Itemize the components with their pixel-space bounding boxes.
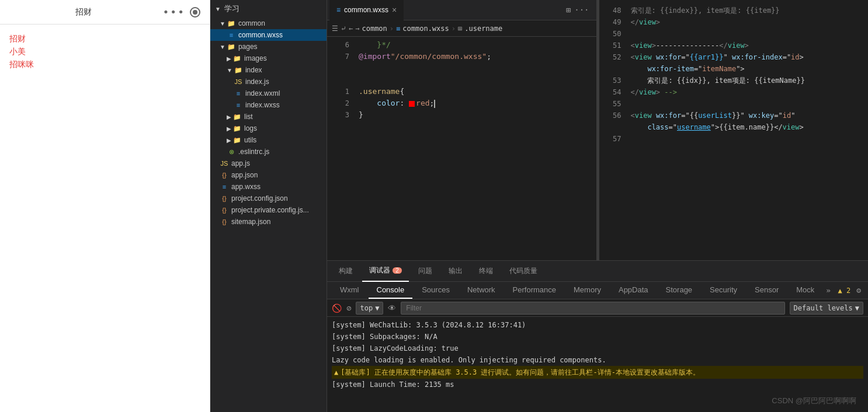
tab-label: common.wxss: [344, 6, 388, 14]
chevron-icon: ▶: [227, 125, 231, 132]
devtools-storage-label: Storage: [666, 285, 693, 294]
code-lines-left[interactable]: }*/ @import"/common/common.wxss"; .usern…: [356, 39, 596, 258]
tree-item-common-wxss[interactable]: ≡ common.wxss: [210, 29, 327, 41]
devtools-performance-label: Performance: [513, 285, 556, 294]
tree-item-label: sitemap.json: [231, 218, 270, 226]
folder-icon: 📁: [232, 135, 242, 145]
chevron-icon: ▶: [227, 137, 231, 144]
simulator-record-btn[interactable]: [190, 7, 200, 18]
console-line: [system] Subpackages: N/A: [332, 331, 863, 343]
split-editor-btn[interactable]: ⊞: [566, 5, 571, 15]
folder-icon: 📁: [232, 112, 242, 121]
breadcrumb-forward-btn[interactable]: →: [355, 25, 359, 33]
console-context-select[interactable]: top ▼: [356, 302, 383, 315]
right-line-numbers: 48 49 50 51 52 53 54 55 56 57: [599, 5, 629, 260]
console-level-select[interactable]: Default levels ▼: [790, 302, 863, 315]
tab-terminal[interactable]: 终端: [472, 261, 500, 282]
tree-root-label-text: 学习: [224, 4, 239, 14]
json-icon: {}: [220, 170, 229, 180]
devtools-tab-appdata[interactable]: AppData: [610, 282, 657, 299]
devtools-tab-wxml[interactable]: Wxml: [332, 282, 367, 299]
devtools-tab-storage[interactable]: Storage: [658, 282, 701, 299]
devtools-security-label: Security: [710, 285, 737, 294]
breadcrumb-bookmark-icon[interactable]: ⤶: [341, 25, 346, 33]
tree-item-utils[interactable]: ▶ 📁 utils: [210, 134, 327, 146]
console-output[interactable]: [system] WeChatLib: 3.5.3 (2024.8.12 16:…: [327, 317, 868, 412]
tab-terminal-label: 终端: [479, 266, 493, 276]
devtools-tab-network[interactable]: Network: [459, 282, 504, 299]
breadcrumb-menu-icon[interactable]: ☰: [332, 25, 338, 33]
tab-debugger-label: 调试器: [369, 266, 390, 275]
devtools-tab-memory[interactable]: Memory: [565, 282, 609, 299]
code-line: }: [356, 109, 596, 121]
editor-top: ≡ common.wxss × ⊞ ··· ☰ ⤶ ← → common › ≡…: [327, 0, 868, 260]
clear-console-btn[interactable]: 🚫: [332, 303, 342, 313]
tree-item-app-json[interactable]: {} app.json: [210, 169, 327, 181]
more-options-btn[interactable]: ···: [574, 5, 589, 15]
code-area-right[interactable]: 48 49 50 51 52 53 54 55 56 57 索引是: {{ind…: [599, 0, 869, 260]
devtools-tab-sources[interactable]: Sources: [414, 282, 458, 299]
tree-item-app-js[interactable]: JS app.js: [210, 158, 327, 169]
tree-item-label: pages: [238, 43, 258, 51]
devtools-appdata-label: AppData: [619, 285, 648, 294]
breadcrumb-back-btn[interactable]: ←: [349, 25, 353, 33]
tree-item-logs[interactable]: ▶ 📁 logs: [210, 123, 327, 134]
tree-item-project-config[interactable]: {} project.config.json: [210, 193, 327, 204]
tree-item-label: common: [238, 19, 265, 27]
devtools-tab-security[interactable]: Security: [702, 282, 745, 299]
code-line: }*/: [356, 39, 596, 51]
devtools-tab-mock[interactable]: Mock: [788, 282, 822, 299]
console-line: [system] LazyCodeLoading: true: [332, 343, 863, 354]
json-icon: {}: [220, 205, 229, 215]
tree-item-images[interactable]: ▶ 📁 images: [210, 53, 327, 64]
devtools-tab-console[interactable]: Console: [369, 282, 413, 299]
console-line: [system] WeChatLib: 3.5.3 (2024.8.12 16:…: [332, 319, 863, 331]
cursor: [434, 100, 435, 108]
tab-code-quality[interactable]: 代码质量: [502, 261, 544, 282]
breadcrumb-sep: ›: [452, 25, 456, 33]
console-eye-btn[interactable]: 👁: [388, 303, 396, 313]
record-icon: [193, 10, 197, 15]
code-line: <view wx:for="{{userList}}" wx:key="id": [629, 110, 869, 121]
console-line: Lazy code loading is enabled. Only injec…: [332, 354, 863, 366]
tab-issues[interactable]: 问题: [411, 261, 439, 282]
simulator-dots[interactable]: •••: [162, 6, 185, 18]
tree-item-sitemap[interactable]: {} sitemap.json: [210, 216, 327, 228]
devtools-settings-btn[interactable]: ⚙: [854, 282, 863, 298]
folder-icon: 📁: [234, 65, 243, 75]
tree-item-pages[interactable]: ▼ 📁 pages: [210, 41, 327, 53]
tab-close-btn[interactable]: ×: [392, 5, 397, 15]
tab-debugger[interactable]: 调试器 2: [362, 261, 409, 282]
tab-common-wxss[interactable]: ≡ common.wxss ×: [329, 0, 404, 20]
folder-icon: 📁: [232, 124, 242, 133]
console-filter-input[interactable]: [401, 302, 784, 315]
simulator-panel: 招财 ••• 招财 小美 招咪咪: [0, 0, 210, 412]
breadcrumb-sep: ›: [390, 25, 394, 33]
code-line: @import"/common/common.wxss";: [356, 51, 596, 62]
color-swatch-red: [409, 101, 415, 107]
devtools-tab-performance[interactable]: Performance: [505, 282, 564, 299]
devtools-more-btn[interactable]: »: [824, 282, 833, 298]
tab-bar-left: ≡ common.wxss × ⊞ ···: [327, 0, 596, 20]
tree-item-list[interactable]: ▶ 📁 list: [210, 111, 327, 123]
tab-output-label: 输出: [449, 266, 463, 276]
devtools-tab-sensor[interactable]: Sensor: [747, 282, 787, 299]
tab-build[interactable]: 构建: [332, 261, 360, 282]
tree-item-index-xml[interactable]: ≡ index.wxml: [210, 88, 327, 99]
tree-item-app-wxss[interactable]: ≡ app.wxss: [210, 181, 327, 193]
tree-item-index[interactable]: ▼ 📁 index: [210, 64, 327, 76]
right-code-lines[interactable]: 索引是: {{index}}, item项是: {{item}} </view>…: [629, 5, 869, 260]
tree-root: ▼ 学习: [210, 0, 327, 18]
chevron-down-icon: ▼: [855, 304, 859, 312]
console-filter-icon[interactable]: ⊘: [346, 303, 351, 313]
tree-item-label: utils: [244, 136, 256, 144]
tree-item-index-wxss[interactable]: ≡ index.wxss: [210, 99, 327, 111]
tree-item-label: index.js: [245, 78, 269, 86]
tree-item-eslint[interactable]: ⊗ .eslintrc.js: [210, 146, 327, 158]
tab-output[interactable]: 输出: [442, 261, 470, 282]
breadcrumb-common: common: [362, 25, 387, 33]
tree-item-project-private[interactable]: {} project.private.config.js...: [210, 204, 327, 216]
tree-item-common[interactable]: ▼ 📁 common: [210, 18, 327, 29]
code-area-left[interactable]: 6 7 1 2 3 }*/ @import"/common/common.wxs…: [327, 37, 596, 260]
tree-item-index-js[interactable]: JS index.js: [210, 76, 327, 88]
